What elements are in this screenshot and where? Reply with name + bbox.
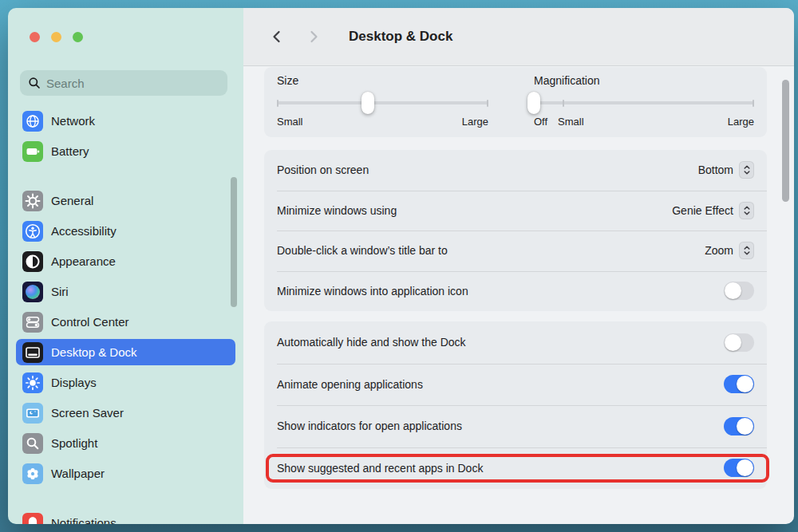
- row-label: Position on screen: [277, 164, 369, 176]
- sidebar-item-label: Battery: [51, 144, 89, 158]
- window-behavior-card: Position on screen Bottom Minimize windo…: [264, 150, 767, 311]
- sidebar-item-displays[interactable]: Displays: [16, 369, 235, 396]
- sidebar: Search Network Battery General: [8, 8, 243, 524]
- show-suggested-recent-apps-row: Show suggested and recent apps in Dock: [264, 447, 767, 490]
- size-slider[interactable]: [277, 91, 488, 116]
- search-icon: [28, 77, 41, 89]
- magnification-small-tick: [563, 100, 564, 107]
- magnification-slider-track[interactable]: [534, 101, 754, 104]
- toggle-knob: [737, 418, 753, 435]
- sun-icon: [22, 372, 43, 393]
- bell-icon: [22, 513, 43, 525]
- magnification-off-label: Off: [534, 116, 547, 128]
- siri-icon: [22, 282, 43, 302]
- chevron-up-down-icon: [739, 202, 754, 219]
- size-slider-group: Size Small Large: [277, 74, 488, 130]
- row-label: Automatically hide and show the Dock: [277, 336, 466, 349]
- main-header: Desktop & Dock: [243, 8, 794, 66]
- row-label: Show indicators for open applications: [277, 420, 462, 432]
- sidebar-item-accessibility[interactable]: Accessibility: [16, 218, 235, 244]
- network-icon: [22, 111, 43, 132]
- sidebar-item-label: Spotlight: [51, 436, 97, 450]
- minimize-windows-using-row: Minimize windows using Genie Effect: [264, 191, 767, 231]
- sidebar-item-battery[interactable]: Battery: [16, 138, 235, 164]
- minimize-window-icon[interactable]: [51, 32, 61, 42]
- magnification-slider-group: Magnification Off Small Large: [534, 74, 754, 130]
- settings-scroll-area: Size Small Large Magnification: [243, 67, 794, 524]
- sidebar-item-appearance[interactable]: Appearance: [16, 248, 235, 274]
- next-section-title: Desktop & Stage Manager: [277, 522, 425, 524]
- show-indicators-toggle[interactable]: [724, 417, 754, 435]
- main-panel: Desktop & Dock Size Small Large: [243, 8, 794, 524]
- search-placeholder: Search: [46, 77, 85, 90]
- sidebar-item-spotlight[interactable]: Spotlight: [16, 430, 235, 456]
- size-slider-scale: Small Large: [277, 116, 488, 128]
- close-window-icon[interactable]: [30, 32, 40, 42]
- size-slider-max-cap: [487, 100, 488, 107]
- sidebar-item-control-center[interactable]: Control Center: [16, 309, 235, 335]
- sidebar-item-label: General: [51, 194, 93, 207]
- sidebar-item-label: Notifications: [51, 516, 117, 524]
- sidebar-item-label: Network: [51, 114, 95, 128]
- toggle-knob: [725, 334, 741, 351]
- accessibility-icon: [22, 221, 43, 242]
- sidebar-item-label: Accessibility: [51, 224, 117, 238]
- sidebar-item-desktop-dock[interactable]: Desktop & Dock: [16, 339, 235, 365]
- dock-options-card: Automatically hide and show the Dock Ani…: [264, 321, 767, 489]
- control-center-icon: [22, 312, 43, 333]
- zoom-window-icon[interactable]: [73, 32, 83, 42]
- size-slider-min-cap: [277, 100, 279, 107]
- sidebar-item-wallpaper[interactable]: Wallpaper: [16, 460, 235, 487]
- flower-icon: [22, 463, 43, 484]
- size-slider-track[interactable]: [277, 101, 488, 104]
- sidebar-item-notifications[interactable]: Notifications: [16, 510, 235, 524]
- selected-value: Genie Effect: [672, 204, 733, 217]
- minimize-into-app-icon-row: Minimize windows into application icon: [264, 271, 767, 312]
- search-input[interactable]: Search: [20, 70, 227, 96]
- magnification-slider-thumb[interactable]: [527, 92, 540, 114]
- auto-hide-dock-toggle[interactable]: [724, 333, 754, 352]
- window-controls: [30, 32, 83, 42]
- double-click-title-bar-row: Double-click a window’s title bar to Zoo…: [264, 231, 767, 271]
- position-on-screen-select[interactable]: Bottom: [698, 161, 754, 179]
- double-click-title-bar-select[interactable]: Zoom: [705, 242, 754, 259]
- chevron-up-down-icon: [739, 161, 754, 179]
- row-label: Show suggested and recent apps in Dock: [277, 462, 483, 475]
- position-on-screen-row: Position on screen Bottom: [264, 150, 767, 191]
- page-title: Desktop & Dock: [349, 29, 452, 45]
- sidebar-scrollbar[interactable]: [231, 177, 237, 307]
- sidebar-item-network[interactable]: Network: [16, 108, 235, 134]
- main-scrollbar[interactable]: [782, 80, 789, 202]
- sidebar-item-siri[interactable]: Siri: [16, 278, 235, 305]
- size-slider-thumb[interactable]: [361, 92, 374, 114]
- sidebar-item-label: Desktop & Dock: [51, 345, 137, 359]
- animate-opening-apps-row: Animate opening applications: [264, 364, 767, 406]
- sidebar-item-label: Screen Saver: [51, 406, 124, 420]
- magnification-slider[interactable]: [534, 91, 754, 116]
- show-indicators-row: Show indicators for open applications: [264, 405, 767, 447]
- row-label: Minimize windows into application icon: [277, 285, 468, 298]
- sidebar-group-gap: [16, 168, 235, 187]
- sidebar-item-label: Wallpaper: [51, 467, 105, 480]
- system-settings-window: Search Network Battery General: [8, 8, 794, 524]
- forward-button[interactable]: [304, 27, 323, 46]
- back-button[interactable]: [267, 27, 286, 46]
- minimize-windows-using-select[interactable]: Genie Effect: [672, 202, 754, 219]
- size-max-label: Large: [462, 116, 488, 128]
- desktop-dock-icon: [22, 342, 43, 363]
- selected-value: Zoom: [705, 244, 733, 257]
- show-suggested-recent-apps-toggle[interactable]: [724, 459, 754, 477]
- magnification-slider-scale: Off Small Large: [534, 116, 754, 128]
- minimize-into-app-icon-toggle[interactable]: [724, 282, 754, 300]
- animate-opening-apps-toggle[interactable]: [724, 375, 754, 393]
- sidebar-item-label: Siri: [51, 285, 69, 298]
- magnification-min-label: Small: [558, 116, 584, 128]
- sidebar-item-screen-saver[interactable]: Screen Saver: [16, 400, 235, 426]
- sidebar-item-label: Control Center: [51, 315, 129, 329]
- battery-icon: [22, 141, 43, 162]
- selected-value: Bottom: [698, 164, 733, 176]
- magnification-label: Magnification: [534, 74, 754, 91]
- magnification-max-label: Large: [728, 116, 754, 128]
- sidebar-item-general[interactable]: General: [16, 187, 235, 214]
- row-label: Animate opening applications: [277, 378, 423, 391]
